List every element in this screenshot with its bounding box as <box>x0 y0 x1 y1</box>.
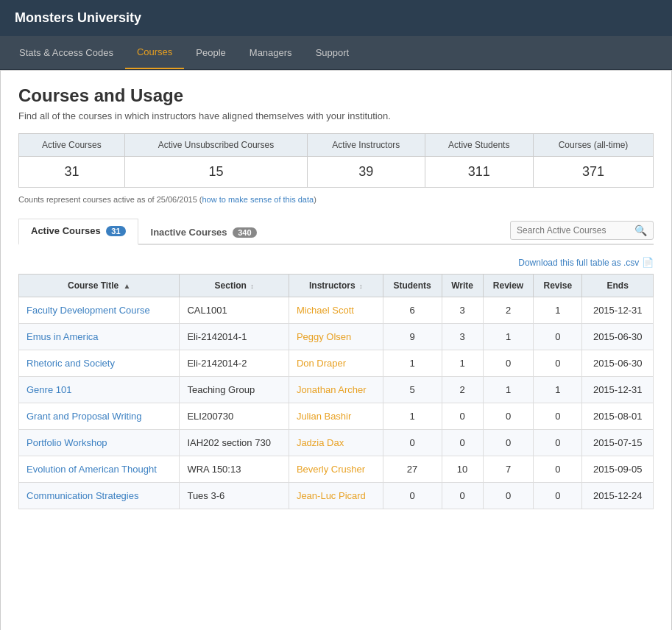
course-title-link[interactable]: Evolution of American Thought <box>26 464 157 475</box>
cell-instructor: Michael Scott <box>289 297 383 324</box>
stats-val-instructors: 39 <box>308 157 425 188</box>
cell-instructor: Jonathan Archer <box>289 377 383 403</box>
cell-write: 2 <box>442 377 483 403</box>
active-courses-badge: 31 <box>106 226 125 236</box>
stats-col-alltime: Courses (all-time) <box>534 134 654 157</box>
stats-col-active: Active Courses <box>19 134 125 157</box>
instructor-link[interactable]: Michael Scott <box>297 305 354 316</box>
cell-revise: 0 <box>534 324 582 350</box>
cell-review: 0 <box>483 430 534 456</box>
cell-write: 0 <box>442 483 483 509</box>
sort-arrow-icon: ▲ <box>124 282 131 290</box>
cell-ends: 2015-12-24 <box>582 483 654 509</box>
cell-revise: 0 <box>534 403 582 430</box>
course-title-link[interactable]: Communication Strategies <box>26 490 138 501</box>
cell-section: IAH202 section 730 <box>180 430 289 456</box>
tab-active-courses[interactable]: Active Courses 31 <box>18 219 138 245</box>
cell-ends: 2015-09-05 <box>582 456 654 483</box>
nav-support[interactable]: Support <box>304 37 361 68</box>
cell-ends: 2015-06-30 <box>582 324 654 350</box>
cell-write: 1 <box>442 350 483 377</box>
cell-write: 0 <box>442 430 483 456</box>
instructor-link[interactable]: Peggy Olsen <box>297 331 351 342</box>
cell-section: Teaching Group <box>180 377 289 403</box>
cell-ends: 2015-08-01 <box>582 403 654 430</box>
cell-instructor: Don Draper <box>289 350 383 377</box>
cell-course-title: Portfolio Workshop <box>19 430 180 456</box>
tab-inactive-courses[interactable]: Inactive Courses 340 <box>138 220 269 245</box>
sort-instructors-icon: ↕ <box>359 283 363 290</box>
cell-students: 0 <box>383 483 442 509</box>
col-course-title[interactable]: Course Title ▲ <box>19 275 180 297</box>
main-nav: Stats & Access Codes Courses People Mana… <box>0 36 672 70</box>
cell-course-title: Genre 101 <box>19 377 180 403</box>
cell-instructor: Jean-Luc Picard <box>289 483 383 509</box>
col-revise: Revise <box>534 275 582 297</box>
cell-revise: 1 <box>534 377 582 403</box>
table-row: Faculty Development Course CAL1001 Micha… <box>19 297 654 324</box>
app-title: Monsters University <box>15 10 141 25</box>
nav-managers[interactable]: Managers <box>238 37 304 68</box>
col-write: Write <box>442 275 483 297</box>
instructor-link[interactable]: Jean-Luc Picard <box>297 490 366 501</box>
stats-table: Active Courses Active Unsubscribed Cours… <box>18 133 654 188</box>
cell-revise: 0 <box>534 350 582 377</box>
instructor-link[interactable]: Don Draper <box>297 358 346 369</box>
instructor-link[interactable]: Julian Bashir <box>297 411 351 422</box>
search-input[interactable] <box>517 225 634 236</box>
col-instructors[interactable]: Instructors ↕ <box>289 275 383 297</box>
download-csv-link[interactable]: Download this full table as .csv <box>518 258 639 268</box>
cell-review: 0 <box>483 483 534 509</box>
courses-table: Course Title ▲ Section ↕ Instructors ↕ S… <box>18 274 654 509</box>
page-title: Courses and Usage <box>18 85 654 106</box>
page-subtitle: Find all of the courses in which instruc… <box>18 110 654 121</box>
cell-course-title: Faculty Development Course <box>19 297 180 324</box>
table-row: Genre 101 Teaching Group Jonathan Archer… <box>19 377 654 403</box>
cell-section: CAL1001 <box>180 297 289 324</box>
table-row: Rhetoric and Society Eli-2142014-2 Don D… <box>19 350 654 377</box>
cell-review: 1 <box>483 377 534 403</box>
nav-courses[interactable]: Courses <box>125 36 184 69</box>
table-row: Emus in America Eli-2142014-1 Peggy Olse… <box>19 324 654 350</box>
course-title-link[interactable]: Rhetoric and Society <box>26 358 115 369</box>
col-students: Students <box>383 275 442 297</box>
cell-revise: 1 <box>534 297 582 324</box>
table-row: Grant and Proposal Writing ELI200730 Jul… <box>19 403 654 430</box>
instructor-link[interactable]: Jadzia Dax <box>297 437 344 448</box>
course-title-link[interactable]: Emus in America <box>26 331 99 342</box>
cell-write: 3 <box>442 324 483 350</box>
stats-val-alltime: 371 <box>534 157 654 188</box>
cell-course-title: Emus in America <box>19 324 180 350</box>
course-title-link[interactable]: Genre 101 <box>26 384 71 395</box>
cell-instructor: Jadzia Dax <box>289 430 383 456</box>
cell-ends: 2015-12-31 <box>582 377 654 403</box>
col-review: Review <box>483 275 534 297</box>
course-title-link[interactable]: Portfolio Workshop <box>26 437 107 448</box>
stats-val-active: 31 <box>19 157 125 188</box>
cell-review: 2 <box>483 297 534 324</box>
cell-ends: 2015-06-30 <box>582 350 654 377</box>
instructor-link[interactable]: Beverly Crusher <box>297 464 365 475</box>
cell-students: 1 <box>383 350 442 377</box>
counts-link[interactable]: how to make sense of this data <box>202 195 314 204</box>
cell-revise: 0 <box>534 430 582 456</box>
cell-students: 1 <box>383 403 442 430</box>
table-row: Portfolio Workshop IAH202 section 730 Ja… <box>19 430 654 456</box>
cell-instructor: Beverly Crusher <box>289 456 383 483</box>
tabs-left: Active Courses 31 Inactive Courses 340 <box>18 219 269 244</box>
col-section[interactable]: Section ↕ <box>180 275 289 297</box>
cell-course-title: Rhetoric and Society <box>19 350 180 377</box>
instructor-link[interactable]: Jonathan Archer <box>297 384 367 395</box>
nav-stats[interactable]: Stats & Access Codes <box>7 37 125 68</box>
cell-students: 6 <box>383 297 442 324</box>
cell-review: 7 <box>483 456 534 483</box>
cell-revise: 0 <box>534 483 582 509</box>
cell-course-title: Communication Strategies <box>19 483 180 509</box>
table-row: Evolution of American Thought WRA 150:13… <box>19 456 654 483</box>
table-row: Communication Strategies Tues 3-6 Jean-L… <box>19 483 654 509</box>
course-title-link[interactable]: Faculty Development Course <box>26 305 150 316</box>
nav-people[interactable]: People <box>184 37 237 68</box>
cell-section: Eli-2142014-1 <box>180 324 289 350</box>
cell-section: Eli-2142014-2 <box>180 350 289 377</box>
course-title-link[interactable]: Grant and Proposal Writing <box>26 411 142 422</box>
